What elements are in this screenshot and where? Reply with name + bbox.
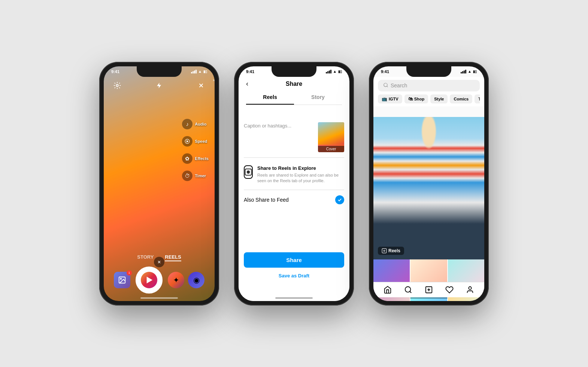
audio-icon: ♪ — [182, 119, 193, 129]
camera-bottom: STORY REELS 1 — [104, 254, 215, 294]
save-draft-button[interactable]: Save as Draft — [244, 273, 344, 279]
phones-container: 9:41 ▲ ▮▯ — [99, 62, 489, 306]
share-button[interactable]: Share — [244, 252, 344, 268]
search-icon — [383, 82, 388, 89]
phone-1-screen: 9:41 ▲ ▮▯ — [104, 66, 215, 301]
settings-button[interactable] — [111, 79, 123, 91]
share-to-reels-section: Share to Reels in Explore Reels are shar… — [244, 165, 344, 184]
story-tab[interactable]: STORY — [137, 254, 154, 261]
effects2-button[interactable]: ◉ — [188, 272, 204, 288]
reels-tab-share[interactable]: Reels — [246, 90, 294, 105]
phone-3-screen: 9:41 ▲ ▮▯ — [373, 66, 484, 301]
also-share-label: Also Share to Feed — [244, 197, 289, 203]
share-to-reels-desc: Reels are shared to Explore and can also… — [257, 172, 344, 184]
category-style[interactable]: Style — [430, 94, 448, 103]
effects-control[interactable]: ✿ Effects — [182, 153, 209, 164]
effects-label: Effects — [195, 156, 209, 161]
igtv-label: IGTV — [389, 97, 398, 101]
home-indicator-2 — [275, 297, 313, 299]
category-tabs: 📺 IGTV 🛍 Shop Style Comics TV & Mov… — [378, 94, 480, 103]
phone-2-screen: 9:41 ▲ ▮▯ ‹ Share — [239, 66, 349, 301]
svg-point-15 — [469, 286, 472, 289]
shop-icon: 🛍 — [408, 96, 413, 102]
share-nav: ‹ Share — [246, 81, 342, 87]
caption-area: Caption or hashtags... Cover — [244, 122, 344, 158]
effects-icon: ✿ — [182, 153, 193, 164]
flash-button[interactable]: ✕ — [153, 79, 165, 91]
profile-nav-icon[interactable] — [466, 285, 475, 294]
timer-control[interactable]: ⏱ Timer — [182, 171, 209, 181]
speed-control[interactable]: Speed — [182, 136, 209, 147]
gallery-badge: 1 — [127, 270, 132, 276]
shutter-button[interactable] — [136, 267, 163, 294]
home-nav-icon[interactable] — [383, 285, 392, 294]
story-tab-share[interactable]: Story — [294, 90, 342, 105]
notch-1 — [137, 66, 182, 77]
close-button[interactable] — [195, 79, 207, 91]
audio-control[interactable]: ♪ Audio — [182, 119, 209, 129]
search-nav-icon[interactable] — [404, 285, 413, 294]
caption-input[interactable]: Caption or hashtags... — [244, 122, 313, 129]
signal-icon-2 — [326, 70, 331, 73]
reels-badge: Reels — [378, 247, 404, 255]
comics-label: Comics — [454, 97, 469, 101]
style-label: Style — [434, 97, 444, 101]
notch-3 — [406, 66, 451, 77]
reels-icon-box — [244, 165, 253, 179]
svg-rect-11 — [382, 249, 387, 253]
speed-label: Speed — [195, 139, 207, 144]
svg-point-10 — [384, 83, 387, 86]
explore-header: Search 📺 IGTV 🛍 Shop Style Comi — [373, 77, 484, 106]
also-share-checkbox[interactable] — [335, 195, 344, 204]
share-to-reels-text: Share to Reels in Explore Reels are shar… — [257, 165, 344, 184]
search-placeholder: Search — [391, 82, 407, 88]
explore-main-image: Reels — [373, 117, 484, 259]
battery-icon-2: ▮▯ — [338, 70, 342, 73]
bottom-nav — [373, 282, 484, 297]
svg-point-9 — [248, 171, 249, 172]
cover-thumbnail[interactable]: Cover — [318, 122, 344, 152]
extra-buttons: ✦ ◉ — [168, 272, 204, 288]
gallery-button[interactable]: 1 — [114, 272, 130, 288]
side-controls: ♪ Audio Speed ✿ Effects — [182, 119, 209, 181]
battery-icon-3: ▮▯ — [473, 70, 477, 73]
category-tv[interactable]: TV & Mov… — [475, 94, 480, 103]
notch-2 — [272, 66, 316, 77]
shutter-inner — [139, 270, 160, 291]
time-3: 9:41 — [381, 69, 389, 74]
add-nav-icon[interactable] — [424, 285, 433, 294]
svg-point-13 — [405, 286, 411, 292]
svg-marker-2 — [187, 140, 188, 142]
signal-icon — [191, 70, 197, 73]
wifi-icon-2: ▲ — [333, 69, 337, 73]
heart-nav-icon[interactable] — [445, 285, 454, 294]
category-comics[interactable]: Comics — [450, 94, 472, 103]
time-2: 9:41 — [246, 69, 254, 74]
search-bar[interactable]: Search — [378, 80, 480, 91]
camera-controls-row: 1 ✦ — [104, 267, 215, 294]
home-indicator-1 — [140, 297, 178, 299]
category-shop[interactable]: 🛍 Shop — [404, 94, 428, 103]
category-igtv[interactable]: 📺 IGTV — [378, 94, 402, 103]
share-button-container: Share Save as Draft — [244, 252, 344, 279]
timer-icon: ⏱ — [182, 171, 193, 181]
svg-point-0 — [116, 84, 118, 87]
wifi-icon-3: ▲ — [468, 69, 472, 73]
also-share-row: Also Share to Feed — [244, 190, 344, 210]
svg-point-12 — [384, 250, 385, 252]
shop-label: Shop — [414, 97, 425, 101]
phone-3: 9:41 ▲ ▮▯ — [369, 62, 489, 306]
reels-badge-label: Reels — [388, 248, 400, 253]
share-to-reels-title: Share to Reels in Explore — [257, 165, 344, 171]
audio-label: Audio — [195, 122, 206, 126]
story-reels-tabs: STORY REELS — [104, 254, 215, 261]
time-1: 9:41 — [111, 69, 119, 74]
home-indicator-3 — [410, 297, 448, 299]
share-tabs: Reels Story — [246, 90, 342, 105]
status-icons-1: ▲ ▮▯ — [191, 69, 207, 73]
back-button[interactable]: ‹ — [246, 80, 248, 88]
share-header: ‹ Share Reels Story — [239, 77, 349, 105]
battery-icon: ▮▯ — [203, 70, 207, 73]
reels-tab[interactable]: REELS — [165, 254, 181, 261]
sparkle-button[interactable]: ✦ — [168, 272, 184, 288]
